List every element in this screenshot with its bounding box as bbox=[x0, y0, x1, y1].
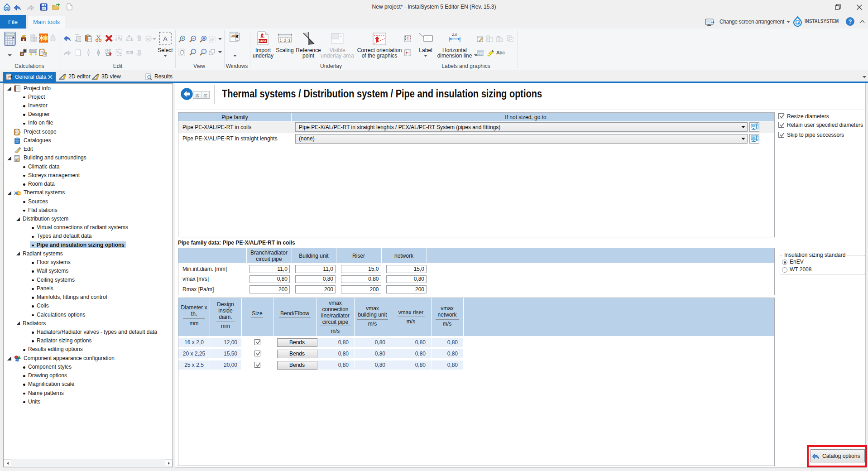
svg-text:AP: AP bbox=[210, 38, 215, 41]
svg-text:−: − bbox=[192, 36, 195, 41]
svg-text:90°: 90° bbox=[146, 38, 151, 40]
svg-text:?: ? bbox=[849, 19, 852, 25]
svg-text:BASE: BASE bbox=[259, 39, 268, 43]
svg-text:···: ··· bbox=[427, 37, 430, 40]
svg-text:A: A bbox=[163, 35, 168, 42]
svg-text:+: + bbox=[182, 36, 184, 41]
svg-text:2.0: 2.0 bbox=[451, 33, 457, 37]
svg-text:A: A bbox=[202, 36, 205, 41]
svg-text:1 · 2 · 3: 1 · 2 · 3 bbox=[280, 39, 290, 42]
